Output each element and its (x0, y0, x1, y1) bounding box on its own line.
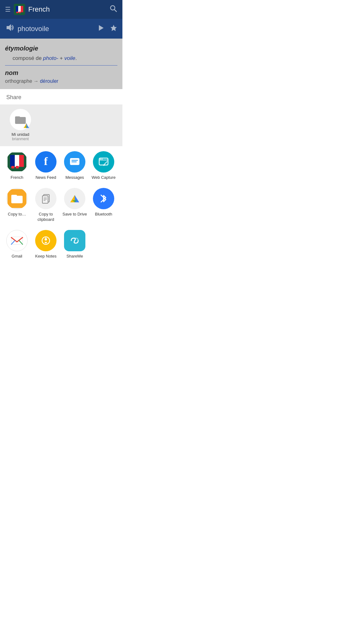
svg-marker-8 (7, 24, 11, 31)
search-icon[interactable] (109, 4, 117, 14)
fb-icon-wrap: f (35, 151, 56, 173)
svg-rect-2 (16, 6, 18, 12)
bt-icon-wrap (93, 188, 114, 209)
french-book-icon (9, 154, 25, 170)
etymology-before: composé de (13, 55, 43, 61)
etymology-mid: + (58, 55, 64, 61)
french-label: French (11, 175, 23, 180)
app-title: French (28, 5, 50, 13)
etymology-title: étymologie (5, 45, 117, 52)
drive-badge (23, 122, 30, 129)
app-item-newsfeed[interactable]: f News Feed (31, 151, 60, 180)
star-icon[interactable] (110, 24, 117, 34)
keepnotes-label: Keep Notes (35, 254, 56, 259)
french-icon-wrap (6, 151, 28, 173)
savedrive-label: Save to Drive (62, 212, 87, 217)
svg-rect-55 (45, 242, 47, 243)
app-header: ☰ French (0, 0, 122, 19)
apps-row-2: Copy to… Copy to clipboard (3, 188, 120, 222)
apps-grid: French f News Feed M (0, 146, 122, 272)
gmail-icon-wrap (6, 230, 28, 251)
drive-icon (68, 193, 81, 205)
newsfeed-label: News Feed (35, 175, 56, 180)
apps-row-3: Gmail Keep Notes (3, 230, 120, 259)
svg-rect-22 (19, 155, 24, 167)
svg-rect-23 (11, 166, 14, 168)
svg-line-33 (104, 162, 107, 165)
messages-label: Messages (65, 175, 84, 180)
ortho-preview: orthographe → dérouler (5, 78, 117, 84)
word-left: photovoile (5, 23, 49, 34)
svg-marker-9 (99, 25, 104, 31)
ortho-text: orthographe (5, 78, 34, 84)
svg-rect-56 (45, 243, 47, 243)
folder-svg (11, 193, 23, 204)
keepnotes-icon (40, 235, 51, 246)
drive-item[interactable]: Mi unidad brianment (6, 109, 35, 141)
gmail-icon (11, 236, 23, 246)
clipboard-icon-wrap (35, 188, 56, 209)
etymology-text: composé de photo- + voile. (13, 55, 117, 61)
msg-icon-wrap (64, 151, 85, 173)
svg-rect-5 (19, 12, 21, 13)
svg-rect-3 (21, 6, 23, 12)
fb-f-icon: f (44, 156, 48, 168)
header-left: ☰ French (5, 4, 50, 15)
messages-icon (69, 156, 81, 168)
app-item-messages[interactable]: Messages (60, 151, 89, 180)
svg-point-31 (100, 159, 101, 160)
copyto-icon-wrap (6, 188, 28, 209)
svg-rect-4 (16, 12, 18, 13)
shareme-label: ShareMe (67, 254, 83, 259)
svg-rect-36 (11, 195, 17, 197)
app-item-webcapture[interactable]: Web Capture (89, 151, 118, 180)
keepnotes-icon-wrap (35, 230, 56, 251)
share-header: Share (0, 89, 122, 104)
svg-rect-21 (10, 155, 15, 167)
menu-icon[interactable]: ☰ (5, 6, 11, 13)
webcapture-icon (98, 156, 110, 168)
drive-item-name: Mi unidad (12, 132, 29, 137)
app-item-savedrive[interactable]: Save to Drive (60, 188, 89, 222)
bluetooth-label: Bluetooth (95, 212, 112, 217)
content-area: étymologie composé de photo- + voile. no… (0, 39, 122, 89)
app-item-copyto[interactable]: Copy to… (3, 188, 31, 222)
folder-circle (10, 109, 31, 130)
recent-section: Mi unidad brianment (0, 104, 122, 146)
shareme-icon-wrap (64, 230, 85, 251)
app-item-copyclipboard[interactable]: Copy to clipboard (31, 188, 60, 222)
svg-point-32 (102, 159, 103, 160)
app-item-keepnotes[interactable]: Keep Notes (31, 230, 60, 259)
etymology-link1[interactable]: photo- (43, 55, 58, 61)
app-item-gmail[interactable]: Gmail (3, 230, 31, 259)
copyclipboard-label: Copy to clipboard (31, 212, 60, 222)
svg-rect-38 (42, 196, 48, 203)
etymology-link2[interactable]: voile (64, 55, 75, 61)
app-item-shareme[interactable]: ShareMe (60, 230, 89, 259)
app-item-french[interactable]: French (3, 151, 31, 180)
app-item-bluetooth[interactable]: Bluetooth (89, 188, 118, 222)
arrow-icon: → (34, 78, 40, 84)
svg-marker-10 (110, 25, 117, 31)
drive-item-sub: brianment (12, 137, 29, 141)
copyto-folder-icon (8, 189, 26, 208)
ortho-link[interactable]: dérouler (40, 78, 58, 84)
word-bar: photovoile (0, 19, 122, 39)
play-icon[interactable] (97, 24, 104, 33)
copyto-label: Copy to… (8, 212, 26, 217)
savedrive-icon-wrap (64, 188, 85, 209)
app-logo (14, 4, 25, 15)
svg-rect-49 (11, 237, 23, 244)
shareme-icon (68, 235, 81, 246)
french-icon-bg (8, 152, 26, 171)
apps-row-1: French f News Feed M (3, 151, 120, 180)
clipboard-icon (40, 193, 52, 205)
gmail-label: Gmail (12, 254, 22, 259)
webcap-icon-wrap (93, 151, 114, 173)
content-divider (5, 65, 117, 66)
webcapture-label: Web Capture (92, 175, 116, 180)
sound-icon[interactable] (5, 23, 14, 34)
word-right (97, 24, 117, 34)
svg-line-7 (115, 10, 117, 12)
nom-title: nom (5, 69, 117, 77)
